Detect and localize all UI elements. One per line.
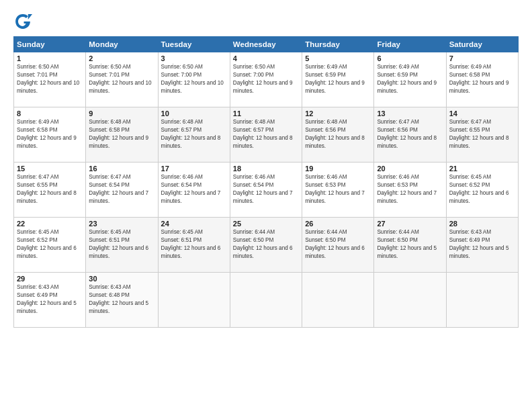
day-number: 4 [233, 54, 299, 62]
calendar-cell: 21 Sunrise: 6:45 AM Sunset: 6:52 PM Dayl… [446, 163, 518, 218]
day-info: Sunrise: 6:47 AM Sunset: 6:54 PM Dayligh… [89, 173, 154, 205]
day-info: Sunrise: 6:43 AM Sunset: 6:49 PM Dayligh… [17, 283, 83, 316]
day-info: Sunrise: 6:45 AM Sunset: 6:51 PM Dayligh… [89, 228, 154, 261]
day-number: 16 [89, 165, 154, 173]
day-number: 7 [449, 54, 515, 62]
day-number: 28 [449, 220, 515, 228]
day-info: Sunrise: 6:48 AM Sunset: 6:56 PM Dayligh… [305, 118, 371, 150]
day-info: Sunrise: 6:48 AM Sunset: 6:58 PM Dayligh… [89, 118, 154, 150]
col-header-wednesday: Wednesday [230, 37, 302, 52]
day-info: Sunrise: 6:45 AM Sunset: 6:52 PM Dayligh… [17, 228, 83, 261]
day-info: Sunrise: 6:44 AM Sunset: 6:50 PM Dayligh… [377, 228, 443, 261]
calendar-cell: 7 Sunrise: 6:49 AM Sunset: 6:58 PM Dayli… [446, 52, 518, 107]
day-number: 12 [305, 109, 371, 118]
calendar-cell: 14 Sunrise: 6:47 AM Sunset: 6:55 PM Dayl… [446, 107, 518, 163]
day-info: Sunrise: 6:47 AM Sunset: 6:56 PM Dayligh… [377, 118, 443, 150]
calendar-cell: 5 Sunrise: 6:49 AM Sunset: 6:59 PM Dayli… [302, 52, 374, 107]
day-info: Sunrise: 6:44 AM Sunset: 6:50 PM Dayligh… [305, 228, 371, 261]
calendar-cell: 10 Sunrise: 6:48 AM Sunset: 6:57 PM Dayl… [158, 107, 230, 163]
calendar-cell: 27 Sunrise: 6:44 AM Sunset: 6:50 PM Dayl… [374, 218, 446, 273]
day-number: 15 [17, 165, 83, 173]
day-info: Sunrise: 6:49 AM Sunset: 6:58 PM Dayligh… [449, 63, 515, 95]
day-info: Sunrise: 6:48 AM Sunset: 6:57 PM Dayligh… [233, 118, 299, 150]
day-info: Sunrise: 6:45 AM Sunset: 6:51 PM Dayligh… [161, 228, 227, 261]
day-info: Sunrise: 6:47 AM Sunset: 6:55 PM Dayligh… [17, 173, 83, 205]
calendar-table: SundayMondayTuesdayWednesdayThursdayFrid… [13, 36, 519, 328]
logo [13, 12, 35, 31]
day-info: Sunrise: 6:46 AM Sunset: 6:53 PM Dayligh… [377, 173, 443, 205]
day-number: 21 [449, 165, 515, 173]
day-number: 30 [89, 275, 154, 283]
calendar-cell: 3 Sunrise: 6:50 AM Sunset: 7:00 PM Dayli… [158, 52, 230, 107]
col-header-monday: Monday [86, 37, 158, 52]
day-info: Sunrise: 6:46 AM Sunset: 6:54 PM Dayligh… [233, 173, 299, 205]
calendar-cell: 11 Sunrise: 6:48 AM Sunset: 6:57 PM Dayl… [230, 107, 302, 163]
day-number: 13 [377, 109, 443, 118]
day-number: 18 [233, 165, 299, 173]
day-number: 5 [305, 54, 371, 62]
calendar-cell: 18 Sunrise: 6:46 AM Sunset: 6:54 PM Dayl… [230, 163, 302, 218]
day-info: Sunrise: 6:45 AM Sunset: 6:52 PM Dayligh… [449, 173, 515, 205]
day-number: 17 [161, 165, 227, 173]
day-number: 25 [233, 220, 299, 228]
day-number: 2 [89, 54, 154, 62]
calendar-cell [302, 273, 374, 328]
day-info: Sunrise: 6:44 AM Sunset: 6:50 PM Dayligh… [233, 228, 299, 261]
day-number: 27 [377, 220, 443, 228]
col-header-friday: Friday [374, 37, 446, 52]
day-number: 6 [377, 54, 443, 62]
col-header-tuesday: Tuesday [158, 37, 230, 52]
day-info: Sunrise: 6:46 AM Sunset: 6:53 PM Dayligh… [305, 173, 371, 205]
calendar-cell: 2 Sunrise: 6:50 AM Sunset: 7:01 PM Dayli… [86, 52, 158, 107]
calendar-cell: 23 Sunrise: 6:45 AM Sunset: 6:51 PM Dayl… [86, 218, 158, 273]
day-number: 23 [89, 220, 154, 228]
svg-marker-1 [28, 14, 32, 19]
day-number: 29 [17, 275, 83, 283]
day-info: Sunrise: 6:47 AM Sunset: 6:55 PM Dayligh… [449, 118, 515, 150]
day-number: 1 [17, 54, 83, 62]
calendar-cell: 29 Sunrise: 6:43 AM Sunset: 6:49 PM Dayl… [14, 273, 86, 328]
calendar-cell: 26 Sunrise: 6:44 AM Sunset: 6:50 PM Dayl… [302, 218, 374, 273]
day-number: 14 [449, 109, 515, 118]
calendar-cell: 30 Sunrise: 6:43 AM Sunset: 6:48 PM Dayl… [86, 273, 158, 328]
calendar-cell: 1 Sunrise: 6:50 AM Sunset: 7:01 PM Dayli… [14, 52, 86, 107]
col-header-thursday: Thursday [302, 37, 374, 52]
calendar-cell: 24 Sunrise: 6:45 AM Sunset: 6:51 PM Dayl… [158, 218, 230, 273]
calendar-cell: 9 Sunrise: 6:48 AM Sunset: 6:58 PM Dayli… [86, 107, 158, 163]
calendar-cell: 19 Sunrise: 6:46 AM Sunset: 6:53 PM Dayl… [302, 163, 374, 218]
day-info: Sunrise: 6:49 AM Sunset: 6:58 PM Dayligh… [17, 118, 83, 150]
day-number: 22 [17, 220, 83, 228]
day-info: Sunrise: 6:49 AM Sunset: 6:59 PM Dayligh… [377, 63, 443, 95]
calendar-cell: 13 Sunrise: 6:47 AM Sunset: 6:56 PM Dayl… [374, 107, 446, 163]
day-number: 19 [305, 165, 371, 173]
day-info: Sunrise: 6:50 AM Sunset: 7:01 PM Dayligh… [17, 63, 83, 95]
calendar-cell: 12 Sunrise: 6:48 AM Sunset: 6:56 PM Dayl… [302, 107, 374, 163]
day-info: Sunrise: 6:46 AM Sunset: 6:54 PM Dayligh… [161, 173, 227, 205]
day-info: Sunrise: 6:48 AM Sunset: 6:57 PM Dayligh… [161, 118, 227, 150]
day-info: Sunrise: 6:43 AM Sunset: 6:49 PM Dayligh… [449, 228, 515, 261]
day-number: 24 [161, 220, 227, 228]
day-number: 9 [89, 109, 154, 118]
day-info: Sunrise: 6:43 AM Sunset: 6:48 PM Dayligh… [89, 283, 154, 316]
calendar-cell: 20 Sunrise: 6:46 AM Sunset: 6:53 PM Dayl… [374, 163, 446, 218]
day-info: Sunrise: 6:50 AM Sunset: 7:01 PM Dayligh… [89, 63, 154, 95]
calendar-cell [446, 273, 518, 328]
calendar-cell: 6 Sunrise: 6:49 AM Sunset: 6:59 PM Dayli… [374, 52, 446, 107]
calendar-cell [158, 273, 230, 328]
day-info: Sunrise: 6:49 AM Sunset: 6:59 PM Dayligh… [305, 63, 371, 95]
day-number: 8 [17, 109, 83, 118]
calendar-cell: 4 Sunrise: 6:50 AM Sunset: 7:00 PM Dayli… [230, 52, 302, 107]
col-header-saturday: Saturday [446, 37, 518, 52]
calendar-cell: 25 Sunrise: 6:44 AM Sunset: 6:50 PM Dayl… [230, 218, 302, 273]
col-header-sunday: Sunday [14, 37, 86, 52]
day-info: Sunrise: 6:50 AM Sunset: 7:00 PM Dayligh… [161, 63, 227, 95]
day-number: 10 [161, 109, 227, 118]
calendar-cell: 8 Sunrise: 6:49 AM Sunset: 6:58 PM Dayli… [14, 107, 86, 163]
day-info: Sunrise: 6:50 AM Sunset: 7:00 PM Dayligh… [233, 63, 299, 95]
day-number: 20 [377, 165, 443, 173]
calendar-cell [230, 273, 302, 328]
calendar-cell: 15 Sunrise: 6:47 AM Sunset: 6:55 PM Dayl… [14, 163, 86, 218]
calendar-cell [374, 273, 446, 328]
day-number: 3 [161, 54, 227, 62]
calendar-cell: 22 Sunrise: 6:45 AM Sunset: 6:52 PM Dayl… [14, 218, 86, 273]
